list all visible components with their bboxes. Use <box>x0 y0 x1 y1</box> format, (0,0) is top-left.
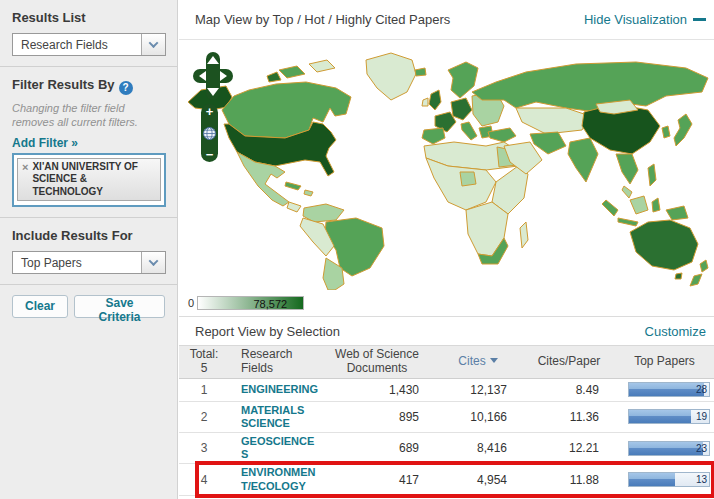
wos-documents-value: 1,430 <box>321 383 433 397</box>
row-rank: 3 <box>179 441 229 455</box>
zoom-out-icon[interactable]: − <box>206 148 214 161</box>
wos-documents-value: 417 <box>321 473 433 487</box>
map-pan-control[interactable] <box>193 52 233 100</box>
continent-oceania <box>630 220 708 286</box>
column-header-wos-documents[interactable]: Web of Science Documents <box>321 346 433 378</box>
choropleth-map <box>179 40 714 290</box>
report-header: Report View by Selection Customize <box>179 317 714 345</box>
table-row-highlighted: 4 ENVIRONMENT/ECOLOGY 417 4,954 11.88 13 <box>179 464 714 495</box>
sidebar-actions: Clear Save Criteria <box>0 285 177 328</box>
minus-icon <box>693 18 706 21</box>
table-row: 1 ENGINEERING 1,430 12,137 8.49 28 <box>179 379 714 402</box>
row-rank: 4 <box>179 473 229 487</box>
legend-max-value: 78,572 <box>253 298 287 310</box>
continent-south-america <box>300 204 384 290</box>
map-view-title: Map View by Top / Hot / Highly Cited Pap… <box>195 12 450 27</box>
include-results-section: Include Results For Top Papers <box>0 218 177 284</box>
cites-per-paper-value: 12.21 <box>523 441 615 455</box>
results-list-section: Results List Research Fields <box>0 0 177 66</box>
column-header-cites[interactable]: Cites <box>433 353 523 371</box>
sort-descending-icon <box>490 358 498 363</box>
table-row: 2 MATERIALS SCIENCE 895 10,166 11.36 19 <box>179 402 714 433</box>
results-list-dropdown[interactable]: Research Fields <box>12 33 166 56</box>
results-list-title: Results List <box>12 10 165 25</box>
remove-filter-icon[interactable]: × <box>22 161 28 175</box>
top-papers-value: 13 <box>696 474 707 485</box>
chevron-down-icon[interactable] <box>141 34 165 55</box>
field-link-engineering[interactable]: ENGINEERING <box>241 383 319 396</box>
zoom-in-icon[interactable]: + <box>206 105 214 118</box>
cites-value: 8,416 <box>433 441 523 455</box>
legend-min-value: 0 <box>188 297 194 309</box>
filter-sidebar: Results List Research Fields Filter Resu… <box>0 0 178 499</box>
top-papers-value: 19 <box>696 411 707 422</box>
include-results-title: Include Results For <box>12 228 165 243</box>
top-papers-bar: 19 <box>628 409 710 424</box>
field-link-geosciences[interactable]: GEOSCIENCES <box>241 435 319 461</box>
cites-per-paper-value: 11.88 <box>523 473 615 487</box>
table-header-row: Total: 5 Research Fields Web of Science … <box>179 345 714 379</box>
table-row: 3 GEOSCIENCES 689 8,416 12.21 23 <box>179 433 714 464</box>
filter-tag[interactable]: × XI'AN UNIVERSITY OF SCIENCE & TECHNOLO… <box>17 158 161 202</box>
filter-title: Filter Results By? <box>12 77 165 95</box>
top-papers-bar: 13 <box>628 472 710 487</box>
hide-visualization-link[interactable]: Hide Visualization <box>584 12 706 27</box>
customize-link[interactable]: Customize <box>645 324 706 339</box>
column-header-cites-per-paper[interactable]: Cites/Paper <box>523 353 615 371</box>
cites-per-paper-value: 8.49 <box>523 383 615 397</box>
cites-value: 10,166 <box>433 410 523 424</box>
map-zoom-control[interactable]: + − <box>201 104 218 162</box>
top-papers-bar: 28 <box>628 382 710 397</box>
top-papers-bar: 23 <box>628 441 710 456</box>
top-papers-value: 28 <box>696 384 707 395</box>
cites-per-paper-value: 11.36 <box>523 410 615 424</box>
main-content: Map View by Top / Hot / Highly Cited Pap… <box>179 0 714 499</box>
help-icon[interactable]: ? <box>119 81 133 95</box>
include-results-dropdown-value: Top Papers <box>13 252 141 273</box>
filter-note: Changing the filter field removes all cu… <box>12 101 165 130</box>
wos-documents-value: 895 <box>321 410 433 424</box>
chevron-down-icon[interactable] <box>141 252 165 273</box>
save-criteria-button[interactable]: Save Criteria <box>74 295 165 318</box>
map-legend: 0 78,572 <box>179 290 714 317</box>
top-papers-value: 23 <box>696 443 707 454</box>
row-rank: 2 <box>179 410 229 424</box>
active-filters-box: × XI'AN UNIVERSITY OF SCIENCE & TECHNOLO… <box>12 153 166 207</box>
add-filter-link[interactable]: Add Filter » <box>12 136 78 150</box>
world-map[interactable]: + − <box>179 40 714 290</box>
filter-section: Filter Results By? Changing the filter f… <box>0 67 177 217</box>
row-rank: 1 <box>179 383 229 397</box>
column-header-total: Total: 5 <box>179 346 229 378</box>
include-results-dropdown[interactable]: Top Papers <box>12 251 166 274</box>
filter-tag-label: XI'AN UNIVERSITY OF SCIENCE & TECHNOLOGY <box>32 161 156 199</box>
cites-value: 4,954 <box>433 473 523 487</box>
map-header: Map View by Top / Hot / Highly Cited Pap… <box>179 0 714 40</box>
clear-button[interactable]: Clear <box>12 295 68 318</box>
continent-europe <box>415 62 516 144</box>
field-link-environment-ecology[interactable]: ENVIRONMENT/ECOLOGY <box>241 466 319 492</box>
legend-gradient-bar: 78,572 <box>197 296 304 310</box>
column-header-top-papers[interactable]: Top Papers <box>615 353 714 371</box>
report-view-title: Report View by Selection <box>195 324 340 339</box>
globe-icon[interactable] <box>202 126 217 141</box>
column-header-research-fields[interactable]: Research Fields <box>229 346 321 378</box>
field-link-materials-science[interactable]: MATERIALS SCIENCE <box>241 404 319 430</box>
cites-value: 12,137 <box>433 383 523 397</box>
wos-documents-value: 689 <box>321 441 433 455</box>
results-list-dropdown-value: Research Fields <box>13 34 141 55</box>
